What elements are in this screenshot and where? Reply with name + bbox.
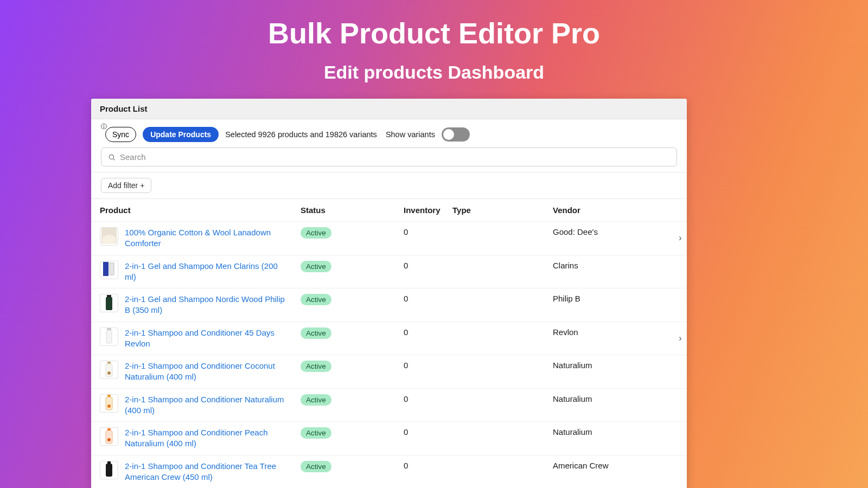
- vendor-value: American Crew: [553, 461, 672, 470]
- col-product[interactable]: Product: [100, 206, 301, 215]
- show-variants-label: Show variants: [386, 130, 435, 139]
- status-badge: Active: [301, 328, 331, 339]
- svg-point-14: [107, 404, 111, 408]
- product-name-link[interactable]: 2-in-1 Gel and Shampoo Men Clarins (200 …: [125, 261, 301, 283]
- product-name-link[interactable]: 2-in-1 Shampoo and Conditioner Naturaliu…: [125, 394, 301, 416]
- vendor-value: Naturalium: [553, 394, 672, 403]
- col-inventory[interactable]: Inventory: [404, 206, 452, 215]
- col-type[interactable]: Type: [452, 206, 553, 215]
- chevron-right-icon[interactable]: ›: [679, 233, 681, 243]
- inventory-value: 0: [404, 261, 452, 270]
- col-status[interactable]: Status: [301, 206, 404, 215]
- inventory-value: 0: [404, 328, 452, 337]
- vendor-value: Naturalium: [553, 427, 672, 436]
- svg-rect-18: [107, 461, 111, 464]
- vendor-value: Good: Dee's: [553, 227, 672, 236]
- svg-point-0: [109, 155, 113, 159]
- svg-line-1: [113, 158, 115, 160]
- toolbar: ⓘ Sync Update Products Selected 9926 pro…: [91, 119, 687, 147]
- panel-title: Product List: [91, 99, 687, 119]
- col-vendor[interactable]: Vendor: [553, 206, 672, 215]
- product-thumbnail[interactable]: [100, 294, 118, 312]
- product-thumbnail[interactable]: [100, 227, 118, 246]
- table-row: 2-in-1 Shampoo and Conditioner Peach Nat…: [91, 422, 687, 455]
- svg-rect-16: [106, 431, 112, 444]
- inventory-value: 0: [404, 427, 452, 436]
- inventory-value: 0: [404, 394, 452, 403]
- table-row: 100% Organic Cotton & Wool Lanadown Comf…: [91, 222, 687, 255]
- update-products-button[interactable]: Update Products: [143, 127, 219, 142]
- vendor-value: Naturalium: [553, 361, 672, 370]
- chevron-right-icon[interactable]: ›: [679, 333, 681, 343]
- svg-rect-6: [106, 297, 112, 310]
- status-badge: Active: [301, 294, 331, 305]
- svg-rect-10: [106, 364, 112, 377]
- selection-summary: Selected 9926 products and 19826 variant…: [225, 130, 377, 139]
- status-badge: Active: [301, 227, 331, 239]
- table-row: 2-in-1 Shampoo and Conditioner Naturaliu…: [91, 389, 687, 422]
- svg-rect-4: [110, 263, 114, 275]
- product-thumbnail[interactable]: [100, 427, 118, 446]
- svg-rect-8: [106, 330, 112, 343]
- svg-rect-12: [107, 395, 111, 397]
- product-thumbnail[interactable]: [100, 261, 118, 279]
- svg-rect-7: [107, 328, 111, 330]
- page-subtitle: Edit products Dashboard: [0, 62, 868, 83]
- search-icon: [108, 153, 116, 161]
- add-filter-button[interactable]: Add filter +: [101, 178, 151, 193]
- status-badge: Active: [301, 394, 331, 406]
- svg-point-17: [107, 438, 111, 441]
- vendor-value: Clarins: [553, 261, 672, 270]
- vendor-value: Philip B: [553, 294, 672, 303]
- status-badge: Active: [301, 361, 331, 372]
- product-table: Product Status Inventory Type Vendor 100…: [91, 198, 687, 488]
- product-thumbnail[interactable]: [100, 394, 118, 413]
- status-badge: Active: [301, 461, 331, 472]
- table-row: 2-in-1 Shampoo and Conditioner Tea Tree …: [91, 455, 687, 489]
- vendor-value: Revlon: [553, 328, 672, 337]
- product-list-panel: Product List ⓘ Sync Update Products Sele…: [91, 99, 687, 488]
- svg-rect-15: [107, 428, 111, 431]
- svg-point-11: [107, 371, 111, 375]
- table-header: Product Status Inventory Type Vendor: [91, 199, 687, 222]
- product-thumbnail[interactable]: [100, 328, 118, 346]
- info-icon[interactable]: ⓘ: [101, 123, 107, 131]
- svg-rect-13: [106, 397, 112, 410]
- svg-rect-3: [103, 262, 108, 276]
- product-thumbnail[interactable]: [100, 461, 118, 479]
- inventory-value: 0: [404, 294, 452, 303]
- sync-button[interactable]: Sync: [105, 127, 136, 142]
- product-name-link[interactable]: 2-in-1 Shampoo and Conditioner Coconut N…: [125, 361, 301, 383]
- page-title: Bulk Product Editor Pro: [0, 0, 868, 50]
- inventory-value: 0: [404, 227, 452, 236]
- table-row: 2-in-1 Shampoo and Conditioner 45 Days R…: [91, 322, 687, 356]
- table-row: 2-in-1 Shampoo and Conditioner Coconut N…: [91, 355, 687, 389]
- status-badge: Active: [301, 261, 331, 272]
- product-name-link[interactable]: 2-in-1 Shampoo and Conditioner 45 Days R…: [125, 328, 301, 350]
- status-badge: Active: [301, 427, 331, 439]
- show-variants-toggle[interactable]: [442, 127, 470, 142]
- product-name-link[interactable]: 100% Organic Cotton & Wool Lanadown Comf…: [125, 227, 301, 249]
- inventory-value: 0: [404, 461, 452, 470]
- product-name-link[interactable]: 2-in-1 Shampoo and Conditioner Peach Nat…: [125, 427, 301, 450]
- table-row: 2-in-1 Gel and Shampoo Men Clarins (200 …: [91, 255, 687, 289]
- product-name-link[interactable]: 2-in-1 Shampoo and Conditioner Tea Tree …: [125, 461, 301, 483]
- search-box[interactable]: [101, 147, 677, 166]
- search-input[interactable]: [120, 152, 670, 162]
- svg-rect-9: [107, 362, 111, 364]
- table-row: 2-in-1 Gel and Shampoo Nordic Wood Phili…: [91, 288, 687, 322]
- product-thumbnail[interactable]: [100, 361, 118, 379]
- inventory-value: 0: [404, 361, 452, 370]
- product-name-link[interactable]: 2-in-1 Gel and Shampoo Nordic Wood Phili…: [125, 294, 301, 316]
- svg-rect-5: [107, 295, 111, 297]
- svg-rect-19: [106, 464, 112, 477]
